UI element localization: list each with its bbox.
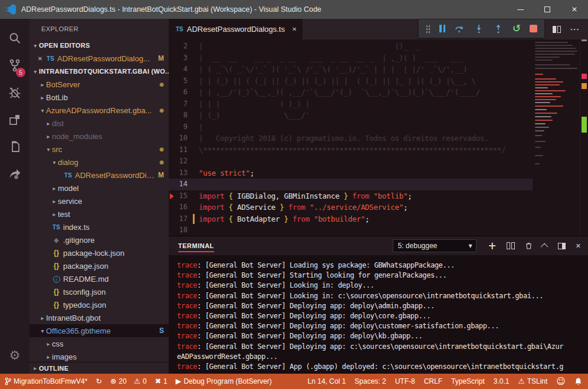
tree-item[interactable]: ▸model	[29, 182, 169, 194]
minimap[interactable]	[533, 39, 580, 236]
status-item-typescript[interactable]: TypeScript	[451, 377, 485, 385]
warning-icon: ⚠	[518, 378, 524, 385]
split-terminal-icon[interactable]	[507, 242, 515, 249]
activity-extensions-button[interactable]	[0, 107, 29, 134]
outline-header[interactable]: ▸ OUTLINE	[29, 362, 169, 374]
tree-item[interactable]: ▸IntranetBot.gbot	[29, 311, 169, 324]
activity-files-button[interactable]	[0, 134, 29, 161]
close-panel-icon[interactable]: ✕	[576, 242, 581, 250]
code-line[interactable]: 10| Copyright 2018 (c) pragmatismo.io. T…	[169, 133, 588, 144]
tab-close-icon[interactable]: ✕	[292, 26, 297, 32]
workspace-header[interactable]: ▾ INTRANETBOTQUICKSTART.GBAI (WO...	[29, 65, 169, 78]
maximize-button[interactable]	[534, 0, 561, 19]
step-out-button[interactable]	[493, 24, 504, 34]
step-into-button[interactable]	[474, 24, 484, 34]
tree-item[interactable]: ▾Office365.gbthemeS	[29, 324, 169, 337]
typescript-file-icon: TS	[63, 172, 74, 179]
tree-item[interactable]: {}typedoc.json	[29, 298, 169, 311]
code-line[interactable]: 2| ()_ _	[169, 41, 588, 52]
code-line[interactable]: 7| | | ( )_) |	[169, 98, 588, 110]
tab-terminal[interactable]: TERMINAL	[178, 236, 214, 255]
status-item-tslint[interactable]: ⚠TSLint	[518, 377, 547, 385]
restart-button[interactable]: ↺	[513, 24, 521, 34]
debug-status[interactable]: ▶ Debug Program (BotServer)	[176, 377, 272, 385]
line-number: 11	[169, 144, 192, 156]
json-file-icon: {}	[51, 249, 62, 257]
drag-handle-icon[interactable]	[426, 25, 431, 33]
status-item-crlf[interactable]: CRLF	[424, 377, 442, 385]
tree-item[interactable]: ▸dist	[29, 117, 169, 130]
pause-button[interactable]	[439, 25, 445, 32]
tree-item[interactable]: ◆.gitignore	[29, 233, 169, 246]
tree-item[interactable]: TSADResetPasswordDial...M	[29, 169, 169, 182]
tree-item[interactable]: ▸test	[29, 207, 169, 220]
code-line[interactable]: 6| | ,__/'(_)`\__,_)( ,__/'`\___/'(_) `\…	[169, 87, 588, 98]
git-branch-status[interactable]: MigrationToBotFmwV4*	[5, 377, 87, 385]
step-over-button[interactable]	[454, 24, 465, 34]
problems-status[interactable]: ⊗ 20 ⚠ 0	[110, 377, 147, 385]
more-actions-icon[interactable]: ···	[570, 25, 580, 34]
minimize-button[interactable]	[507, 0, 534, 19]
maximize-panel-icon[interactable]	[541, 243, 548, 250]
code-line[interactable]: 17import { BotAdapter } from "botbuilder…	[169, 213, 588, 225]
tree-item[interactable]: ▸service	[29, 194, 169, 207]
tree-item[interactable]: ▸BotServer●	[29, 78, 169, 91]
tree-item-label: Office365.gbtheme	[46, 327, 111, 335]
sync-button[interactable]: ↻	[96, 378, 101, 385]
terminal-select[interactable]: 5: debuggee ▼	[393, 239, 477, 252]
open-editor-label: ADResetPasswordDialog...	[57, 54, 150, 63]
kill-terminal-icon[interactable]	[525, 242, 533, 250]
code-line[interactable]: 8| (_) \___/'	[169, 110, 588, 121]
code-line[interactable]: 4| ( _`\( _`\/'_` )( '_`\ /'_`\( '__)/'_…	[169, 64, 588, 75]
tree-item[interactable]: ▸BotLib	[29, 91, 169, 104]
maximize-icon	[544, 6, 550, 12]
tree-item[interactable]: {}package.json	[29, 259, 169, 272]
status-item-utf-8[interactable]: UTF-8	[395, 377, 415, 385]
code-editor[interactable]: 2| ()_ _3| __ __ __ _ _ __ ___ _ __ __ _…	[169, 39, 588, 236]
tree-item[interactable]: {}tsconfig.json	[29, 285, 169, 298]
notifications-button[interactable]	[574, 377, 582, 385]
code-line[interactable]: 15import { IGBDialog, GBMinInstance } fr…	[169, 190, 588, 202]
ruler-marker	[582, 74, 587, 79]
activity-source-control-button[interactable]: 5	[0, 53, 29, 80]
activity-search-button[interactable]	[0, 26, 29, 53]
settings-button[interactable]: ⚙	[0, 342, 29, 369]
new-terminal-button[interactable]: +	[488, 241, 497, 251]
tree-item[interactable]: ▾dialog●	[29, 156, 169, 169]
activity-debug-button[interactable]	[0, 80, 29, 107]
tree-item[interactable]: iREADME.md	[29, 272, 169, 285]
status-item-spaces-2[interactable]: Spaces: 2	[354, 377, 386, 385]
tree-item[interactable]: ▸css	[29, 337, 169, 350]
tree-item[interactable]: TSindex.ts	[29, 220, 169, 233]
open-editor-item[interactable]: ✕TSADResetPasswordDialog...M	[29, 52, 169, 65]
tree-item[interactable]: ▾AzureADPasswordReset.gba...●	[29, 104, 169, 117]
tab-active-file[interactable]: TS ADResetPasswordDialogs.ts ✕	[169, 19, 303, 39]
code-line[interactable]: 13"use strict";	[169, 167, 588, 179]
tree-item[interactable]: ▸images	[29, 350, 169, 363]
tree-item[interactable]: ▸node_modules	[29, 130, 169, 143]
status-item-3-0-1[interactable]: 3.0.1	[494, 377, 510, 385]
code-line[interactable]: 11\*************************************…	[169, 144, 588, 156]
terminal-output[interactable]: trace: [General Bot Server] Loading sys …	[169, 255, 588, 374]
status-item-ln-14-col-1[interactable]: Ln 14, Col 1	[308, 377, 346, 385]
code-line[interactable]: 14	[169, 179, 588, 190]
close-button[interactable]: ✕	[561, 0, 588, 19]
code-line[interactable]: 16import { ADService } from "../service/…	[169, 202, 588, 213]
code-line[interactable]: 18	[169, 225, 588, 236]
toggle-panel-icon[interactable]	[558, 243, 566, 249]
split-editor-icon[interactable]	[553, 26, 561, 33]
feedback-smiley-button[interactable]: ☺	[556, 376, 566, 387]
tree-item[interactable]: ▾src●	[29, 143, 169, 156]
stop-button[interactable]	[530, 25, 537, 32]
tree-item[interactable]: {}package-lock.json	[29, 246, 169, 259]
chevron-right-icon: ▸	[32, 365, 39, 371]
fixes-status[interactable]: ✖ 1	[155, 377, 167, 385]
close-editor-icon[interactable]: ✕	[35, 55, 45, 62]
code-line[interactable]: 9|	[169, 121, 588, 133]
code-line[interactable]: 3| __ __ __ _ _ __ ___ _ __ __ _ | ,_)( …	[169, 52, 588, 64]
terminal-line: trace: [General Bot Server] Deploying ap…	[177, 301, 588, 311]
code-line[interactable]: 5| | (_) || ( (_| || (_) |( (_) || | ( (…	[169, 75, 588, 87]
activity-share-button[interactable]	[0, 161, 29, 189]
open-editors-header[interactable]: ▾ OPEN EDITORS	[29, 39, 169, 52]
code-line[interactable]: 12	[169, 156, 588, 167]
